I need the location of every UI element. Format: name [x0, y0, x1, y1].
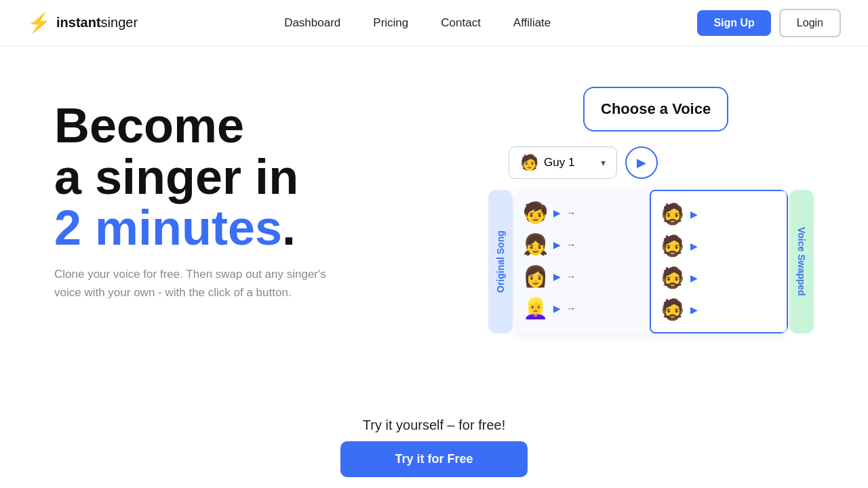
chevron-down-icon: ▾ — [601, 157, 606, 168]
original-face-2: 👧 — [522, 232, 548, 256]
signup-button[interactable]: Sign Up — [697, 10, 770, 36]
main-content: Become a singer in 2 minutes. Clone your… — [0, 46, 868, 333]
play-icon: ▶ — [637, 155, 646, 170]
try-free-button[interactable]: Try it for Free — [340, 441, 527, 477]
login-button[interactable]: Login — [779, 9, 841, 37]
swapped-column: 🧔 ▶ 🧔 ▶ 🧔 ▶ 🧔 ▶ — [650, 190, 788, 333]
bottom-section: Try it yourself – for free! Try it for F… — [0, 418, 868, 488]
table-row: 👧 ▶ → — [522, 232, 642, 256]
nav-dashboard[interactable]: Dashboard — [284, 16, 340, 29]
table-row: 🧔 ▶ — [659, 266, 778, 289]
arrow-right-1: → — [566, 207, 576, 218]
original-face-4: 👱‍♀️ — [522, 296, 548, 320]
hero-heading: Become a singer in 2 minutes. — [54, 100, 488, 254]
nav-actions: Sign Up Login — [697, 9, 841, 37]
logo[interactable]: ⚡ instantsinger — [27, 12, 138, 34]
navbar: ⚡ instantsinger Dashboard Pricing Contac… — [0, 0, 868, 46]
voice-selector-row: 🧑 Guy 1 ▾ ▶ — [509, 146, 814, 179]
nav-pricing[interactable]: Pricing — [373, 16, 408, 29]
play-original-4[interactable]: ▶ — [553, 303, 561, 314]
table-row: 👱‍♀️ ▶ → — [522, 296, 642, 320]
voice-play-button[interactable]: ▶ — [625, 146, 658, 179]
voice-label: Guy 1 — [544, 156, 595, 169]
table-row: 👩 ▶ → — [522, 264, 642, 288]
play-original-1[interactable]: ▶ — [553, 207, 561, 218]
nav-links: Dashboard Pricing Contact Affiliate — [284, 16, 551, 30]
table-row: 🧔 ▶ — [659, 298, 778, 321]
logo-icon: ⚡ — [27, 12, 51, 34]
nav-contact[interactable]: Contact — [441, 16, 481, 29]
nav-affiliate[interactable]: Affiliate — [513, 16, 551, 29]
voice-grid-wrapper: Original Song 🧒 ▶ → 👧 ▶ → — [488, 190, 814, 333]
table-row: 🧒 ▶ → — [522, 201, 642, 224]
swapped-face-1: 🧔 — [659, 202, 685, 226]
choose-voice-card: Choose a Voice — [583, 87, 728, 131]
arrow-right-3: → — [566, 271, 576, 282]
table-row: 🧔 ▶ — [659, 202, 778, 226]
choose-voice-title: Choose a Voice — [601, 100, 711, 118]
play-original-2[interactable]: ▶ — [553, 239, 561, 250]
hero-subtext: Clone your voice for free. Then swap out… — [54, 265, 339, 302]
voice-grid: 🧒 ▶ → 👧 ▶ → 👩 ▶ → — [514, 190, 788, 333]
swapped-face-2: 🧔 — [659, 234, 685, 258]
swapped-face-3: 🧔 — [659, 266, 685, 289]
voice-dropdown[interactable]: 🧑 Guy 1 ▾ — [509, 146, 617, 179]
hero-section: Become a singer in 2 minutes. Clone your… — [54, 87, 488, 329]
play-swapped-3[interactable]: ▶ — [690, 272, 698, 283]
play-swapped-4[interactable]: ▶ — [690, 304, 698, 315]
voice-emoji: 🧑 — [520, 154, 538, 171]
label-original: Original Song — [488, 190, 513, 333]
try-it-text: Try it yourself – for free! — [0, 418, 868, 433]
play-swapped-2[interactable]: ▶ — [690, 241, 698, 251]
label-swapped: Voice Swapped — [789, 190, 814, 333]
play-original-3[interactable]: ▶ — [553, 271, 561, 282]
logo-text: instantsinger — [56, 15, 138, 30]
original-column: 🧒 ▶ → 👧 ▶ → 👩 ▶ → — [514, 190, 650, 333]
play-swapped-1[interactable]: ▶ — [690, 209, 698, 220]
swapped-face-4: 🧔 — [659, 298, 685, 321]
arrow-right-2: → — [566, 239, 576, 250]
original-face-1: 🧒 — [522, 201, 548, 224]
demo-area: Choose a Voice 🧑 Guy 1 ▾ ▶ Original Song — [488, 87, 814, 333]
original-face-3: 👩 — [522, 264, 548, 288]
table-row: 🧔 ▶ — [659, 234, 778, 258]
arrow-right-4: → — [566, 303, 576, 314]
